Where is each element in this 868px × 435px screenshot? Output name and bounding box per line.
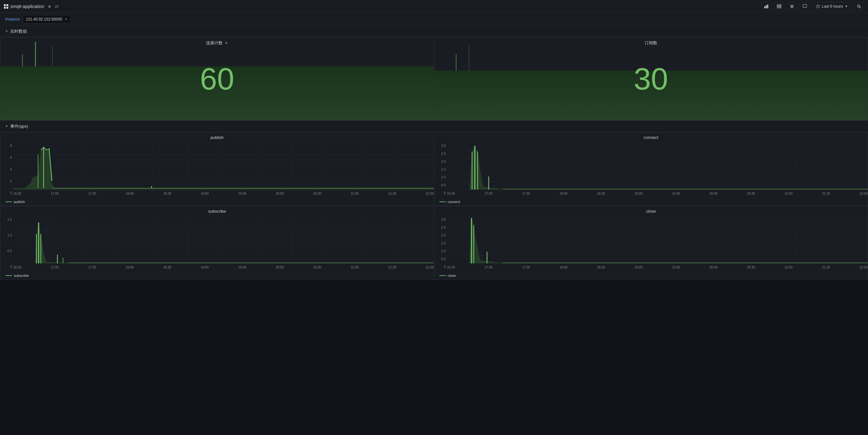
publish-legend-line	[5, 201, 12, 202]
subscribe-legend: subscribe	[5, 274, 29, 278]
close-svg	[447, 217, 868, 263]
connect-y-axis: 3.0 2.5 2.0 1.5 1.0 0.5 0	[434, 143, 447, 196]
zoom-button[interactable]	[854, 2, 864, 11]
zoom-icon	[857, 4, 861, 9]
svg-rect-5	[777, 7, 781, 8]
instance-label: Instance	[5, 17, 20, 22]
select-arrow: ▼	[65, 18, 68, 21]
publish-chart-area: 8 6 4 2 0	[0, 143, 434, 196]
subscriptions-title: 订阅数	[434, 37, 868, 47]
graph-view-button[interactable]	[761, 2, 771, 11]
comment-icon	[803, 4, 807, 9]
publish-legend-label: publish	[14, 200, 25, 204]
time-range-label: Last 6 hours	[822, 4, 843, 9]
comment-button[interactable]	[800, 2, 810, 11]
svg-rect-1	[766, 5, 767, 8]
svg-marker-51	[447, 146, 868, 190]
connections-title: 连接计数 ▼	[0, 37, 434, 47]
publish-title: publish	[0, 132, 434, 141]
svg-line-10	[860, 7, 861, 8]
events-section-title: 事件(qps)	[10, 124, 28, 129]
close-panel: close 3.0 2.5 2.0 1.5 1.0 0.5 0	[434, 206, 868, 280]
svg-rect-2	[767, 4, 768, 8]
connect-legend-label: connect	[448, 200, 460, 204]
connections-value: 60	[200, 64, 234, 94]
subscribe-svg	[13, 217, 434, 263]
svg-marker-97	[447, 218, 868, 263]
settings-button[interactable]	[787, 2, 797, 11]
time-range-button[interactable]: Last 6 hours ▼	[812, 2, 851, 11]
bar-chart-icon	[764, 4, 769, 9]
chevron-down-icon: ▼	[845, 5, 848, 8]
app-title: smqtt-application	[10, 4, 44, 9]
close-legend-line	[439, 275, 446, 276]
svg-marker-72	[13, 222, 434, 263]
table-icon	[777, 4, 781, 9]
svg-point-6	[791, 5, 793, 7]
publish-y-axis: 8 6 4 2 0	[0, 143, 13, 196]
close-legend-label: close	[448, 274, 456, 278]
svg-marker-28	[13, 147, 434, 190]
grid-icon	[4, 4, 8, 9]
connect-svg	[447, 143, 868, 190]
svg-rect-3	[777, 4, 781, 5]
realtime-section-title: 实时数据	[10, 29, 27, 34]
top-bar: smqtt-application ★ ⇄	[0, 0, 868, 13]
connect-legend-line	[439, 201, 446, 202]
svg-rect-4	[777, 6, 781, 7]
connections-panel: 连接计数 ▼ 60	[0, 37, 434, 121]
connect-title: connect	[434, 132, 868, 141]
subscribe-y-axis: 1.5 1.0 0.5 0	[0, 217, 13, 270]
chart-row-2: subscribe 1.5 1.0 0.5 0	[0, 206, 868, 280]
subscribe-legend-label: subscribe	[14, 274, 29, 278]
connect-x-axis: 16:30 17:00 17:30 18:00 18:30 19:00 19:3…	[447, 191, 868, 196]
subscribe-legend-line	[5, 275, 12, 276]
realtime-panel-row: 连接计数 ▼ 60 订阅数 30	[0, 37, 868, 121]
publish-legend: publish	[5, 200, 25, 204]
instance-value: 121.40.92.152:60000	[26, 17, 62, 22]
close-y-axis: 3.0 2.5 2.0 1.5 1.0 0.5 0	[434, 217, 447, 270]
gear-icon	[790, 4, 794, 9]
share-icon[interactable]: ⇄	[55, 4, 59, 9]
subscriptions-value: 30	[634, 64, 668, 94]
top-bar-left: smqtt-application ★ ⇄	[4, 4, 59, 9]
close-legend: close	[439, 274, 456, 278]
connect-chart-area: 3.0 2.5 2.0 1.5 1.0 0.5 0	[434, 143, 868, 196]
chevron-icon: ▼	[5, 30, 8, 33]
svg-rect-7	[803, 4, 807, 7]
sub-spike1	[456, 54, 457, 71]
subscribe-title: subscribe	[0, 206, 434, 215]
filter-bar: Instance 121.40.92.152:60000 ▼	[0, 13, 868, 26]
app-icon: smqtt-application	[4, 4, 44, 9]
svg-rect-0	[765, 6, 765, 8]
subscribe-x-axis: 16:30 17:00 17:30 18:00 18:30 19:00 19:3…	[13, 265, 434, 270]
connect-legend: connect	[439, 200, 460, 204]
top-bar-right: Last 6 hours ▼	[761, 2, 864, 11]
publish-svg	[13, 143, 434, 190]
publish-x-axis: 16:30 17:00 17:30 18:00 18:30 19:00 19:3…	[13, 191, 434, 196]
close-title: close	[434, 206, 868, 215]
events-section-header[interactable]: ▼ 事件(qps)	[0, 121, 868, 132]
sub-spike2	[469, 46, 469, 70]
instance-select[interactable]: 121.40.92.152:60000 ▼	[23, 15, 70, 24]
table-view-button[interactable]	[774, 2, 784, 11]
chart-row-1: publish 8 6 4 2 0	[0, 132, 868, 206]
subscribe-chart-area: 1.5 1.0 0.5 0	[0, 217, 434, 270]
star-icon[interactable]: ★	[48, 4, 52, 9]
spike-detail	[22, 54, 23, 67]
publish-panel: publish 8 6 4 2 0	[0, 132, 434, 206]
subscribe-panel: subscribe 1.5 1.0 0.5 0	[0, 206, 434, 280]
connections-spike	[35, 42, 36, 66]
close-x-axis: 16:30 17:00 17:30 18:00 18:30 19:00 19:3…	[447, 265, 868, 270]
realtime-section-header[interactable]: ▼ 实时数据	[0, 26, 868, 37]
close-chart-area: 3.0 2.5 2.0 1.5 1.0 0.5 0	[434, 217, 868, 270]
spike-detail2	[52, 46, 53, 67]
connect-panel: connect 3.0 2.5 2.0 1.5 1.0 0.5 0	[434, 132, 868, 206]
subscriptions-panel: 订阅数 30	[434, 37, 868, 121]
clock-icon	[816, 4, 820, 8]
events-chevron-icon: ▼	[5, 124, 8, 128]
